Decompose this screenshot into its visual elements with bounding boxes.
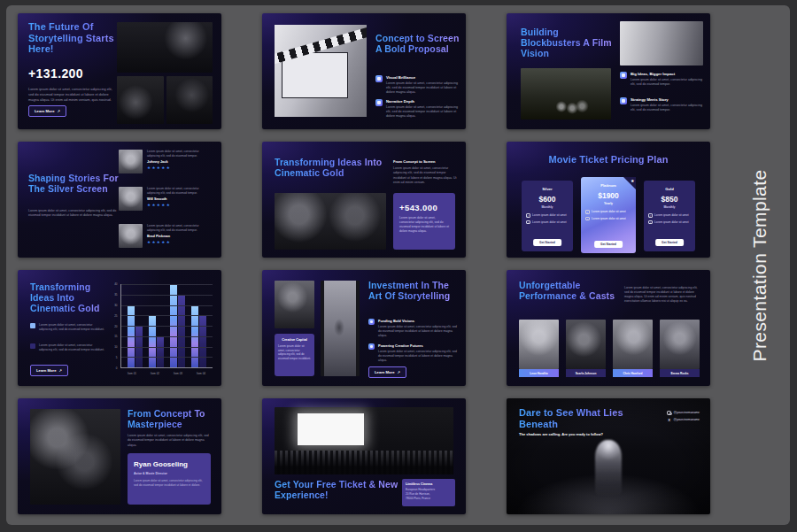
plan-feature-text: Lorem ipsum dolor sit amet — [592, 217, 625, 220]
plan-period: Monthly — [648, 205, 691, 209]
plan-feature: ✓ Lorem ipsum dolor sit amet — [648, 220, 691, 225]
testimonial-body: Lorem ipsum dolor sit amet, consectetur … — [147, 187, 211, 196]
feature-row: Big Ideas, Bigger Impact Lorem ipsum dol… — [620, 72, 705, 87]
slide-title: Transforming Ideas Into Cinematic Gold — [30, 282, 115, 314]
plan-feature: ✓ Lorem ipsum dolor sit amet — [526, 220, 569, 225]
slide-title: Movie Ticket Pricing Plan — [507, 154, 710, 166]
y-axis-tick: 35 — [114, 293, 117, 297]
checkbox-icon: ✓ — [526, 220, 530, 225]
slide-title: Dare to See What Lies Beneath — [519, 407, 652, 429]
y-axis-tick: 30 — [114, 304, 117, 307]
social-row[interactable]: X @yourcinemaname — [667, 418, 700, 422]
slide-title: Get Your Free Ticket & New Experience! — [275, 480, 407, 501]
feature-row: Narrative Depth Lorem ipsum dolor sit am… — [375, 99, 460, 120]
gridline — [121, 357, 213, 358]
slide-title: From Concept To Masterpiece — [128, 409, 216, 430]
feature-title: Narrative Depth — [386, 99, 460, 104]
audience-silhouettes — [275, 451, 453, 474]
feature-icon — [368, 343, 375, 350]
y-axis-tick: 0 — [116, 366, 118, 370]
legend-item: Lorem ipsum dolor sit amet, consectetur … — [30, 343, 106, 352]
cast-name-badge: Scarla Johnson — [566, 369, 606, 377]
plan-feature-text: Lorem ipsum dolor sit amet — [532, 220, 566, 224]
feature-body: Lorem ipsum dolor sit amet, consectetur … — [631, 104, 705, 113]
learn-more-label: Learn More — [35, 109, 55, 113]
y-axis-tick: 20 — [114, 325, 117, 328]
feature-text: Visual Brilliance Lorem ipsum dolor sit … — [386, 75, 460, 96]
y-axis-tick: 25 — [114, 314, 117, 318]
feature-text: Big Ideas, Bigger Impact Lorem ipsum dol… — [631, 72, 705, 87]
social-row[interactable]: @yourcinemaname — [667, 411, 700, 415]
cast-card: Leon Handito — [519, 320, 559, 377]
photo-film-set — [117, 22, 213, 73]
pricing-card-gold: Gold $850 Monthly ✓ Lorem ipsum dolor si… — [644, 181, 695, 251]
checkbox-icon: ✓ — [648, 213, 653, 218]
slide-pricing-plan: Movie Ticket Pricing Plan Silver $600 Mo… — [507, 142, 710, 258]
photo-cast-member — [613, 320, 653, 369]
photo-window-handprint — [321, 281, 360, 376]
get-started-button[interactable]: Get Started — [655, 239, 684, 246]
social-links: @yourcinemaname X @yourcinemaname — [667, 411, 700, 425]
cast-card: Scarla Johnson — [566, 320, 606, 377]
bar-chart-xlabels: Item 01Item 02Item 03Item 04 — [120, 370, 213, 376]
legend-swatch-dark — [30, 343, 35, 349]
feature-row: Powering Creative Futures Lorem ipsum do… — [368, 343, 459, 363]
person-role: Actor & Movie Director — [134, 472, 205, 475]
slide-cinematic-gold-chart: Transforming Ideas Into Cinematic Gold L… — [18, 270, 221, 386]
slide-title: Building Blockbusters A Film Vision — [521, 27, 615, 59]
photo-camera — [117, 76, 164, 124]
checkbox-icon: ✓ — [526, 213, 530, 218]
cast-name-badge: Emma Rocks — [660, 369, 700, 377]
star-badge-icon: ★ — [631, 178, 634, 183]
bar-chart: 0510152025303540 Item 01Item 02Item 03It… — [112, 282, 214, 376]
plan-feature: ✓ Lorem ipsum dolor sit amet — [585, 210, 631, 214]
learn-more-button[interactable]: Learn More ↗ — [28, 105, 66, 117]
y-axis-tick: 10 — [114, 345, 117, 349]
feature-title: Visual Brilliance — [386, 75, 460, 80]
slide-shaping-stories: Shaping Stories For The Silver Screen Lo… — [18, 142, 221, 258]
photo-film-strip — [620, 21, 703, 66]
slide-cinematic-gold-stat: Transforming Ideas Into Cinematic Gold F… — [262, 142, 466, 258]
testimonial-name: Will Smooth — [147, 197, 211, 201]
slide-title: Concept to Screen A Bold Proposal — [375, 34, 460, 55]
person-name: Ryan Gooseling — [134, 460, 205, 468]
feature-body: Lorem ipsum dolor sit amet, consectetur … — [631, 78, 705, 88]
plan-price: $1900 — [585, 191, 631, 200]
learn-more-button[interactable]: Learn More ↗ — [368, 366, 406, 378]
get-started-button[interactable]: Get Started — [533, 239, 561, 246]
star-rating: ★★★★★ — [147, 203, 211, 207]
slide-dare-to-see: Dare to See What Lies Beneath The shadow… — [507, 398, 710, 514]
photo-woman — [275, 281, 314, 328]
bar-chart-ylabels: 0510152025303540 — [112, 284, 119, 368]
stat-value: +543.000 — [399, 203, 449, 212]
plan-feature-text: Lorem ipsum dolor sit amet — [532, 213, 566, 217]
vertical-label: Presentation Template — [749, 169, 770, 361]
x-axis-tick: Item 01 — [120, 370, 143, 376]
creative-capital-card: Creative Capital Lorem ipsum dolor sit a… — [275, 334, 314, 376]
feature-text: Funding Bold Visions Lorem ipsum dolor s… — [378, 319, 459, 338]
person-body: Lorem ipsum dolor sit amet, consectetur … — [134, 479, 205, 488]
gridline — [121, 315, 213, 316]
get-started-button[interactable]: Get Started — [594, 241, 623, 248]
feature-title: Big Ideas, Bigger Impact — [631, 72, 705, 76]
testimonial-body: Lorem ipsum dolor sit amet, consectetur … — [147, 224, 211, 233]
social-handle: @yourcinemaname — [674, 418, 700, 421]
x-axis-tick: Item 02 — [143, 370, 166, 376]
photo-clapperboard — [275, 25, 367, 117]
legend-text: Lorem ipsum dolor sit amet, consectetur … — [39, 323, 106, 332]
learn-more-label: Learn More — [375, 370, 395, 374]
feature-row: Visual Brilliance Lorem ipsum dolor sit … — [375, 75, 460, 96]
slide-free-ticket: Get Your Free Ticket & New Experience! L… — [262, 398, 466, 514]
feature-text: Strategy Meets Story Lorem ipsum dolor s… — [631, 97, 705, 112]
plan-feature: ✓ Lorem ipsum dolor sit amet — [526, 213, 569, 218]
template-preview-panel: The Future Of Storytelling Starts Here! … — [6, 5, 790, 525]
plan-feature-text: Lorem ipsum dolor sit amet — [654, 220, 688, 224]
slide-title: Investment In The Art Of Storytelling — [368, 281, 460, 302]
cast-card: Emma Rocks — [660, 320, 700, 377]
plan-price: $600 — [526, 195, 569, 204]
section-body: Lorem ipsum dolor sit amet, consectetur … — [393, 166, 457, 185]
plan-feature-text: Lorem ipsum dolor sit amet — [592, 210, 625, 213]
photo-cinema-audience — [30, 409, 120, 505]
slide-title: Shaping Stories For The Silver Screen — [28, 173, 128, 195]
learn-more-button[interactable]: Learn More ↗ — [30, 365, 68, 376]
